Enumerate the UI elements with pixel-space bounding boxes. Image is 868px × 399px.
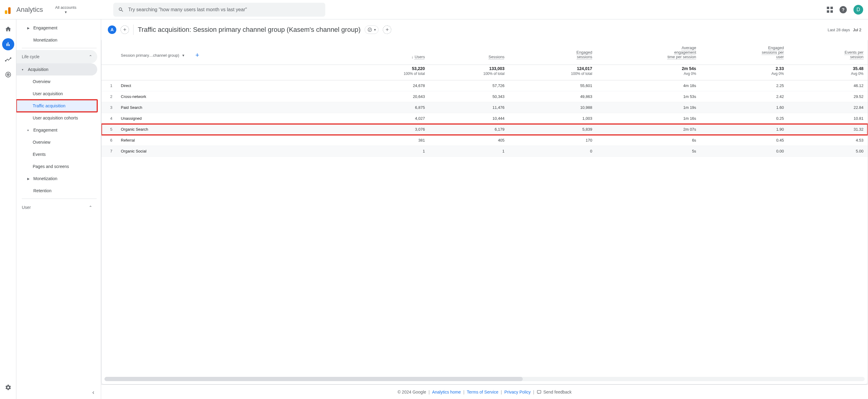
- date-range-picker[interactable]: Last 28 days Jul 2: [828, 28, 861, 32]
- col-engaged-sessions[interactable]: Engaged sessions: [509, 40, 597, 65]
- col-users[interactable]: ↓Users: [349, 40, 429, 65]
- cell-value: 405: [429, 135, 509, 146]
- col-engaged-per-user[interactable]: Engaged sessions per user: [701, 40, 788, 65]
- col-avg-engagement[interactable]: Average engagement time per session: [596, 40, 700, 65]
- cell-value: 22.84: [788, 102, 868, 113]
- metric-label: Average engagement time per session: [666, 46, 696, 59]
- rail-admin-icon[interactable]: [2, 381, 14, 394]
- status-chip[interactable]: ▾: [365, 26, 379, 34]
- sidebar-item-engagement[interactable]: ▾ Engagement: [17, 124, 101, 136]
- cell-value: 0.25: [701, 113, 788, 124]
- total-sub: 100% of total: [404, 72, 425, 76]
- sidebar-item-events[interactable]: Events: [17, 148, 101, 161]
- rail-advertising-icon[interactable]: [2, 68, 14, 81]
- sidebar-item-retention[interactable]: Retention: [17, 184, 101, 197]
- horizontal-scrollbar[interactable]: [104, 377, 865, 381]
- scrollbar-thumb[interactable]: [104, 377, 523, 381]
- date-range-value: Jul 2: [853, 28, 861, 32]
- sidebar-item-user-acq-cohorts[interactable]: User acquisition cohorts: [17, 112, 101, 124]
- table-row[interactable]: 6Referral3814051706s0.454.53: [101, 135, 868, 146]
- metric-label: Sessions: [489, 55, 504, 59]
- feedback-icon: [537, 390, 541, 395]
- sidebar-item-eng-overview[interactable]: Overview: [17, 136, 101, 148]
- cell-value: 20,643: [349, 91, 429, 102]
- table-row[interactable]: 5Organic Search3,0766,1795,8392m 07s1.90…: [101, 124, 868, 135]
- col-sessions[interactable]: Sessions: [429, 40, 509, 65]
- search-box[interactable]: [113, 3, 325, 17]
- sidebar-item-engagement-top[interactable]: ▶ Engagement: [17, 22, 101, 34]
- sidebar-item-acquisition[interactable]: ▾ Acquisition: [17, 63, 97, 76]
- sidebar-item-traffic-acquisition[interactable]: Traffic acquisition: [17, 100, 97, 112]
- chevron-down-icon: ▼: [64, 10, 67, 14]
- dimension-picker-header[interactable]: Session primary…channel group) ▾ +: [117, 40, 349, 65]
- search-input[interactable]: [128, 7, 320, 12]
- collapse-sidebar-icon[interactable]: ‹: [89, 388, 98, 397]
- app-switcher-icon[interactable]: [827, 7, 833, 13]
- sidebar-item-label: User acquisition cohorts: [33, 115, 78, 120]
- sidebar-item-pages-screens[interactable]: Pages and screens: [17, 161, 101, 172]
- svg-point-5: [368, 28, 372, 31]
- main-content: A + Traffic acquisition: Session primary…: [101, 20, 868, 399]
- rail-home-icon[interactable]: [2, 23, 14, 35]
- comparison-badge[interactable]: A: [108, 26, 116, 34]
- sidebar-item-label: Monetization: [33, 37, 57, 42]
- cell-value: 1: [349, 146, 429, 157]
- icon-rail: [0, 20, 17, 399]
- add-dimension-button[interactable]: +: [195, 51, 199, 59]
- report-table: Session primary…channel group) ▾ + ↓User…: [101, 40, 868, 157]
- footer-link-privacy[interactable]: Privacy Policy: [504, 390, 531, 395]
- sidebar-item-user-acquisition[interactable]: User acquisition: [17, 88, 101, 100]
- sidebar-item-acq-overview[interactable]: Overview: [17, 76, 101, 88]
- divider: [133, 25, 133, 35]
- metric-label: Events per session: [842, 50, 864, 59]
- rail-explore-icon[interactable]: [2, 53, 14, 65]
- metric-label: Engaged sessions per user: [760, 46, 784, 59]
- cell-value: 4,027: [349, 113, 429, 124]
- row-index: 5: [101, 124, 117, 135]
- cell-value: 57,726: [429, 80, 509, 91]
- send-feedback-button[interactable]: Send feedback: [537, 390, 571, 395]
- footer-link-terms[interactable]: Terms of Service: [467, 390, 498, 395]
- total-value: 124,017: [513, 66, 592, 71]
- divider: [22, 199, 97, 199]
- footer-link-analytics-home[interactable]: Analytics home: [432, 390, 461, 395]
- cell-value: 46.12: [788, 80, 868, 91]
- svg-point-1: [10, 58, 11, 58]
- add-comparison-button[interactable]: +: [121, 26, 129, 34]
- svg-point-4: [8, 74, 8, 75]
- cell-value: 170: [509, 135, 597, 146]
- sidebar-item-label: Pages and screens: [33, 164, 69, 169]
- cell-value: 5,839: [509, 124, 597, 135]
- table-row[interactable]: 2Cross-network20,64350,34349,8631m 53s2.…: [101, 91, 868, 102]
- sidebar-item-monetization[interactable]: ▶ Monetization: [17, 172, 101, 184]
- nav-group-user[interactable]: User ⌃: [17, 201, 97, 214]
- cell-value: 5.00: [788, 146, 868, 157]
- add-button[interactable]: +: [383, 26, 391, 34]
- cell-value: 6,179: [429, 124, 509, 135]
- brand-logo[interactable]: Analytics: [5, 5, 43, 14]
- brand-name: Analytics: [17, 6, 43, 13]
- chevron-down-icon: ▾: [182, 53, 184, 58]
- cell-value: 0: [509, 146, 597, 157]
- report-title: Traffic acquisition: Session primary cha…: [138, 26, 361, 34]
- table-row[interactable]: 3Paid Search6,87511,47610,9881m 19s1.602…: [101, 102, 868, 113]
- cell-value: 381: [349, 135, 429, 146]
- help-icon[interactable]: ?: [840, 6, 847, 13]
- table-row[interactable]: 7Organic Social1105s0.005.00: [101, 146, 868, 157]
- account-picker[interactable]: All accounts ▼: [52, 4, 79, 15]
- total-value: 2.33: [705, 66, 784, 71]
- chevron-up-icon: ⌃: [89, 54, 92, 59]
- col-events-per-session[interactable]: Events per session: [788, 40, 868, 65]
- total-value: 35.48: [792, 66, 864, 71]
- table-row[interactable]: 4Unassigned4,02710,4441,0031m 16s0.2510.…: [101, 113, 868, 124]
- cell-value: 10,444: [429, 113, 509, 124]
- avatar[interactable]: D: [854, 5, 863, 15]
- table-row[interactable]: 1Direct24,67857,72655,6014m 18s2.2546.12: [101, 80, 868, 91]
- app-header: Analytics All accounts ▼ ? D: [0, 0, 868, 20]
- rail-reports-icon[interactable]: [2, 38, 14, 50]
- sidebar-item-monetization-top[interactable]: Monetization: [17, 34, 101, 46]
- report-header: A + Traffic acquisition: Session primary…: [101, 20, 868, 40]
- cell-value: 4.53: [788, 135, 868, 146]
- nav-group-lifecycle[interactable]: Life cycle ⌃: [17, 50, 97, 63]
- cell-value: 4m 18s: [596, 80, 700, 91]
